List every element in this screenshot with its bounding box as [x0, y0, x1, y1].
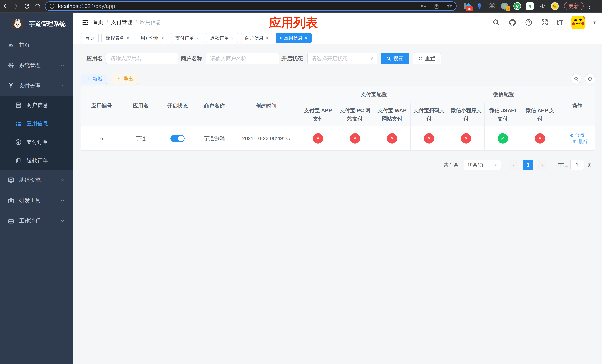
- export-button[interactable]: 导出: [112, 74, 138, 84]
- tab-merchant-info[interactable]: 商户信息×: [241, 33, 273, 43]
- close-icon[interactable]: ×: [266, 35, 269, 41]
- fullscreen-icon[interactable]: [541, 19, 548, 26]
- table-row: 6 芋道 芋道源码 2021-10-23 08:49:25 × × × × × …: [81, 127, 595, 150]
- sidebar-item-refund-order[interactable]: 退款订单: [0, 151, 73, 170]
- tab-process-form[interactable]: 流程表单×: [101, 33, 133, 43]
- show-search-toggle-button[interactable]: [571, 74, 581, 84]
- breadcrumb-payment[interactable]: 支付管理: [111, 19, 132, 26]
- browser-forward-button[interactable]: [11, 1, 22, 11]
- breadcrumb-home[interactable]: 首页: [93, 19, 104, 26]
- sidebar-item-pay-order[interactable]: 支付订单: [0, 133, 73, 151]
- sidebar-item-infrastructure[interactable]: 基础设施: [0, 170, 73, 190]
- tab-pay-order[interactable]: 支付订单×: [171, 33, 203, 43]
- tab-home[interactable]: 首页: [81, 33, 99, 43]
- edit-link[interactable]: 修改: [569, 132, 585, 138]
- search-icon[interactable]: [492, 19, 500, 26]
- col-alipay-app: 支付宝 APP 支付: [300, 103, 336, 127]
- breadcrumb: 首页 / 支付管理 / 应用信息: [93, 13, 161, 32]
- app-title: 芋道管理系统: [29, 20, 65, 28]
- site-info-icon[interactable]: [49, 3, 55, 9]
- status-label: 开启状态: [281, 55, 303, 62]
- refresh-table-button[interactable]: [585, 74, 595, 84]
- close-icon[interactable]: ×: [161, 35, 164, 41]
- delete-link[interactable]: 删除: [573, 139, 588, 145]
- tab-user-group[interactable]: 用户分组×: [136, 33, 168, 43]
- password-key-icon[interactable]: [420, 3, 427, 9]
- help-icon[interactable]: [525, 19, 533, 26]
- browser-menu-icon[interactable]: ⋮: [586, 2, 593, 10]
- close-icon[interactable]: ×: [305, 35, 308, 41]
- goto-page-input[interactable]: [570, 160, 584, 170]
- share-icon[interactable]: [434, 3, 440, 9]
- enabled-toggle[interactable]: [171, 135, 184, 142]
- font-size-icon[interactable]: tT: [557, 19, 563, 26]
- extension-diamond-icon[interactable]: 10: [463, 2, 471, 10]
- monitor-icon: [7, 177, 15, 184]
- user-avatar[interactable]: [571, 16, 585, 29]
- wechat-lite-status-icon: ×: [461, 133, 471, 144]
- filter-form: 应用名 商户名称 开启状态 请选择开启状态 ∨ 搜索 重置: [87, 53, 441, 64]
- close-icon[interactable]: ×: [231, 35, 234, 41]
- github-icon[interactable]: [508, 18, 517, 27]
- chevron-down-icon: [60, 198, 65, 203]
- reset-button[interactable]: 重置: [413, 53, 441, 64]
- col-app-name: 应用名: [122, 86, 159, 127]
- extension-badge: 1: [505, 6, 510, 11]
- col-merchant: 商户名称: [196, 86, 233, 127]
- yen-circle-icon: [14, 139, 22, 146]
- close-icon[interactable]: ×: [127, 35, 129, 41]
- close-icon[interactable]: ×: [196, 35, 199, 41]
- sidebar-item-payment[interactable]: ¥ 支付管理: [0, 75, 73, 96]
- sidebar-item-app-info[interactable]: 应用信息: [0, 114, 73, 133]
- sidebar-item-workflow[interactable]: 工作流程: [0, 211, 73, 231]
- page-size-select[interactable]: 10条/页 ∨: [464, 160, 501, 170]
- extension-balloon-icon[interactable]: [475, 2, 483, 10]
- chevron-up-icon: [60, 83, 65, 88]
- prev-page-button[interactable]: ‹: [508, 160, 519, 170]
- app-logo[interactable]: 芋道管理系统: [0, 13, 73, 35]
- sidebar-item-dev-tools[interactable]: 研发工具: [0, 190, 73, 211]
- extension-emoji-icon[interactable]: [551, 2, 559, 10]
- col-alipay-qr: 支付宝扫码支付: [410, 103, 448, 127]
- store-icon: [14, 102, 22, 109]
- merchant-name-input[interactable]: [206, 53, 279, 64]
- col-actions: 操作: [559, 86, 595, 127]
- document-icon: [14, 157, 22, 164]
- page-content: 应用名 商户名称 开启状态 请选择开启状态 ∨ 搜索 重置: [73, 44, 602, 364]
- chrome-update-button[interactable]: 更新: [564, 2, 584, 10]
- sidebar-item-merchant-info[interactable]: 商户信息: [0, 96, 73, 114]
- sidebar: 芋道管理系统 首页 系统管理 ¥ 支付管理 商户信息: [0, 13, 73, 364]
- page-1-button[interactable]: 1: [523, 160, 533, 170]
- payment-submenu: 商户信息 应用信息 支付订单 退款订单: [0, 96, 73, 170]
- group-alipay-config: 支付宝配置: [300, 86, 448, 103]
- breadcrumb-current: 应用信息: [140, 19, 161, 26]
- extension-command-icon[interactable]: ⌘: [488, 2, 496, 10]
- url-bar[interactable]: localhost:1024/pay/app ☆: [45, 1, 457, 11]
- tab-refund-order[interactable]: 退款订单×: [206, 33, 238, 43]
- merchant-name-label: 商户名称: [181, 55, 202, 62]
- browser-home-button[interactable]: [32, 1, 43, 11]
- status-select[interactable]: 请选择开启状态 ∨: [308, 53, 377, 64]
- avatar-caret-icon[interactable]: ▾: [593, 20, 596, 25]
- app-name-input[interactable]: [106, 53, 178, 64]
- toolbox-icon: [7, 217, 15, 225]
- add-button[interactable]: 新增: [81, 74, 107, 84]
- extension-chat-icon[interactable]: [526, 2, 534, 10]
- app-table: 应用编号 应用名 开启状态 商户名称 创建时间 支付宝配置 微信配置 操作 支付…: [81, 86, 595, 150]
- sidebar-item-system[interactable]: 系统管理: [0, 55, 73, 75]
- browser-back-button[interactable]: [0, 1, 11, 11]
- sidebar-collapse-icon[interactable]: [82, 19, 89, 26]
- next-page-button[interactable]: ›: [537, 160, 547, 170]
- sidebar-item-home[interactable]: 首页: [0, 35, 73, 55]
- search-button[interactable]: 搜索: [381, 53, 409, 64]
- extension-y-icon[interactable]: y: [513, 2, 521, 10]
- yen-icon: ¥: [7, 82, 15, 90]
- col-alipay-pc: 支付宝 PC 网站支付: [336, 103, 374, 127]
- extension-badge: 10: [466, 6, 473, 11]
- browser-reload-button[interactable]: [22, 1, 32, 11]
- col-created: 创建时间: [233, 86, 300, 127]
- extension-circle-icon[interactable]: 1: [501, 2, 508, 10]
- extensions-puzzle-icon[interactable]: [538, 2, 546, 10]
- tab-app-info[interactable]: ●应用信息×: [276, 33, 312, 43]
- bookmark-star-icon[interactable]: ☆: [447, 3, 452, 10]
